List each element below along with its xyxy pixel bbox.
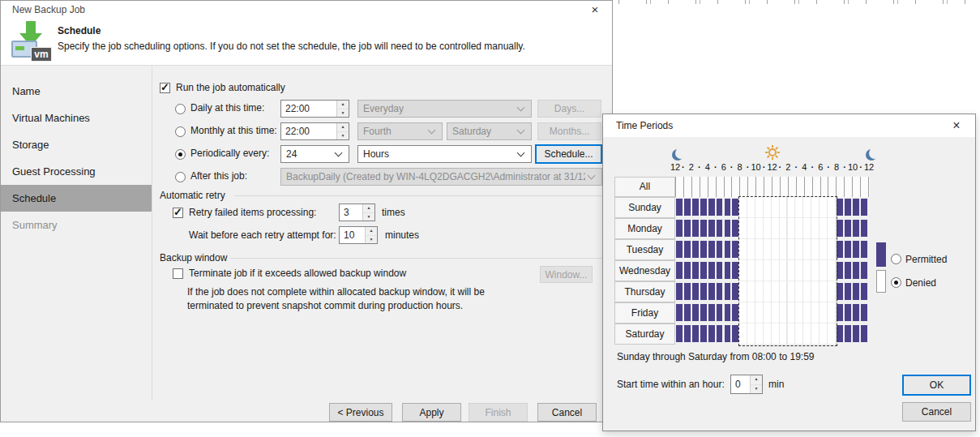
grid-cell-permitted[interactable] bbox=[717, 304, 723, 321]
sidebar-item-storage[interactable]: Storage bbox=[1, 131, 152, 158]
grid-cell-permitted[interactable] bbox=[845, 199, 851, 216]
after-job-radio[interactable] bbox=[175, 172, 186, 182]
grid-cell-permitted[interactable] bbox=[725, 241, 731, 258]
grid-cell-permitted[interactable] bbox=[725, 283, 731, 300]
grid-cell-permitted[interactable] bbox=[684, 304, 691, 321]
grid-cell-permitted[interactable] bbox=[717, 199, 723, 216]
spin-down-icon[interactable]: ▼ bbox=[337, 109, 349, 118]
sidebar-item-virtual-machines[interactable]: Virtual Machines bbox=[1, 105, 152, 131]
grid-cell-permitted[interactable] bbox=[845, 304, 851, 321]
retry-failed-checkbox[interactable] bbox=[173, 208, 183, 218]
grid-cell-permitted[interactable] bbox=[845, 262, 851, 279]
close-icon[interactable]: × bbox=[583, 1, 607, 19]
grid-cell-permitted[interactable] bbox=[708, 220, 715, 237]
grid-cell-permitted[interactable] bbox=[700, 283, 707, 300]
apply-button[interactable]: Apply bbox=[402, 403, 461, 422]
grid-cell-permitted[interactable] bbox=[853, 262, 859, 279]
grid-cell-permitted[interactable] bbox=[853, 325, 859, 342]
grid-cell-permitted[interactable] bbox=[684, 262, 691, 279]
sidebar-item-guest-processing[interactable]: Guest Processing bbox=[1, 158, 152, 185]
monthly-radio[interactable] bbox=[175, 126, 186, 137]
grid-cell-permitted[interactable] bbox=[676, 241, 683, 258]
grid-cell-permitted[interactable] bbox=[861, 262, 867, 279]
spin-down-icon[interactable]: ▼ bbox=[363, 213, 374, 221]
grid-cell-permitted[interactable] bbox=[717, 325, 723, 342]
grid-cell-permitted[interactable] bbox=[837, 220, 843, 237]
grid-day-button-thursday[interactable]: Thursday bbox=[614, 281, 675, 302]
terminate-job-checkbox[interactable] bbox=[173, 268, 183, 279]
periodically-radio[interactable] bbox=[175, 149, 186, 160]
grid-cell-permitted[interactable] bbox=[853, 283, 859, 300]
grid-cell-permitted[interactable] bbox=[861, 283, 867, 300]
grid-cell-permitted[interactable] bbox=[676, 199, 683, 216]
grid-cell-permitted[interactable] bbox=[837, 304, 843, 321]
grid-all-row-button[interactable]: All bbox=[614, 177, 675, 197]
grid-cell-permitted[interactable] bbox=[861, 199, 867, 216]
grid-cell-permitted[interactable] bbox=[717, 220, 723, 237]
grid-cell-permitted[interactable] bbox=[708, 304, 715, 321]
grid-cell-permitted[interactable] bbox=[684, 199, 691, 216]
grid-cell-permitted[interactable] bbox=[837, 283, 843, 300]
retry-times-spinner[interactable]: 3 ▲▼ bbox=[339, 204, 375, 221]
grid-cell-permitted[interactable] bbox=[837, 199, 843, 216]
grid-day-button-friday[interactable]: Friday bbox=[614, 302, 675, 323]
schedule-button[interactable]: Schedule... bbox=[535, 144, 602, 164]
sidebar-item-schedule[interactable]: Schedule bbox=[1, 185, 152, 212]
cancel-button[interactable]: Cancel bbox=[537, 403, 597, 422]
grid-cell-permitted[interactable] bbox=[708, 262, 715, 279]
spin-up-icon[interactable]: ▲ bbox=[337, 123, 349, 132]
grid-cell-permitted[interactable] bbox=[861, 304, 867, 321]
grid-cell-permitted[interactable] bbox=[725, 220, 731, 237]
retry-times-spin-buttons[interactable]: ▲▼ bbox=[362, 204, 374, 221]
grid-cell-permitted[interactable] bbox=[725, 262, 731, 279]
daily-radio[interactable] bbox=[175, 104, 186, 114]
grid-cell-permitted[interactable] bbox=[861, 220, 867, 237]
close-icon[interactable]: × bbox=[944, 114, 969, 136]
grid-cell-permitted[interactable] bbox=[692, 304, 699, 321]
grid-cell-permitted[interactable] bbox=[684, 325, 691, 342]
spin-up-icon[interactable]: ▲ bbox=[363, 204, 374, 213]
grid-cell-permitted[interactable] bbox=[676, 304, 683, 321]
grid-cell-permitted[interactable] bbox=[837, 241, 843, 258]
grid-cell-permitted[interactable] bbox=[700, 220, 707, 237]
start-time-spin-buttons[interactable]: ▲▼ bbox=[750, 375, 762, 393]
grid-day-button-wednesday[interactable]: Wednesday bbox=[614, 260, 675, 281]
grid-cell-permitted[interactable] bbox=[853, 199, 859, 216]
grid-cell-permitted[interactable] bbox=[725, 304, 731, 321]
run-automatically-checkbox[interactable] bbox=[160, 83, 170, 93]
retry-wait-spin-buttons[interactable]: ▲▼ bbox=[365, 227, 377, 243]
grid-cell-permitted[interactable] bbox=[725, 199, 731, 216]
spin-up-icon[interactable]: ▲ bbox=[337, 101, 349, 109]
grid-cell-permitted[interactable] bbox=[717, 262, 723, 279]
ok-button[interactable]: OK bbox=[902, 375, 971, 396]
grid-cell-permitted[interactable] bbox=[708, 241, 715, 258]
daily-time-spin-buttons[interactable]: ▲▼ bbox=[336, 101, 349, 117]
denied-radio[interactable] bbox=[891, 277, 901, 288]
grid-cell-permitted[interactable] bbox=[692, 325, 699, 342]
grid-cell-permitted[interactable] bbox=[692, 199, 699, 216]
grid-cell-permitted[interactable] bbox=[845, 325, 851, 342]
previous-button[interactable]: < Previous bbox=[329, 403, 392, 422]
grid-cell-permitted[interactable] bbox=[684, 220, 691, 237]
start-time-spinner[interactable]: 0 ▲▼ bbox=[730, 375, 763, 394]
tp-cancel-button[interactable]: Cancel bbox=[902, 402, 971, 422]
spin-up-icon[interactable]: ▲ bbox=[751, 375, 762, 385]
grid-cell-permitted[interactable] bbox=[700, 199, 707, 216]
grid-cell-permitted[interactable] bbox=[700, 262, 707, 279]
grid-day-button-tuesday[interactable]: Tuesday bbox=[614, 239, 675, 260]
grid-cell-permitted[interactable] bbox=[700, 304, 707, 321]
daily-time-spinner[interactable]: 22:00 ▲▼ bbox=[280, 100, 349, 118]
periodically-value-dropdown[interactable]: 24 bbox=[280, 145, 349, 163]
monthly-time-spin-buttons[interactable]: ▲▼ bbox=[336, 123, 349, 139]
grid-cell-permitted[interactable] bbox=[845, 241, 851, 258]
grid-day-button-sunday[interactable]: Sunday bbox=[614, 197, 675, 218]
grid-day-button-saturday[interactable]: Saturday bbox=[614, 323, 675, 345]
retry-wait-spinner[interactable]: 10 ▲▼ bbox=[339, 226, 378, 244]
grid-cell-permitted[interactable] bbox=[853, 304, 859, 321]
grid-cell-permitted[interactable] bbox=[845, 220, 851, 237]
grid-cell-permitted[interactable] bbox=[845, 283, 851, 300]
grid-cell-permitted[interactable] bbox=[853, 220, 859, 237]
grid-cell-permitted[interactable] bbox=[700, 241, 707, 258]
grid-cell-permitted[interactable] bbox=[708, 325, 715, 342]
grid-cell-permitted[interactable] bbox=[708, 283, 715, 300]
